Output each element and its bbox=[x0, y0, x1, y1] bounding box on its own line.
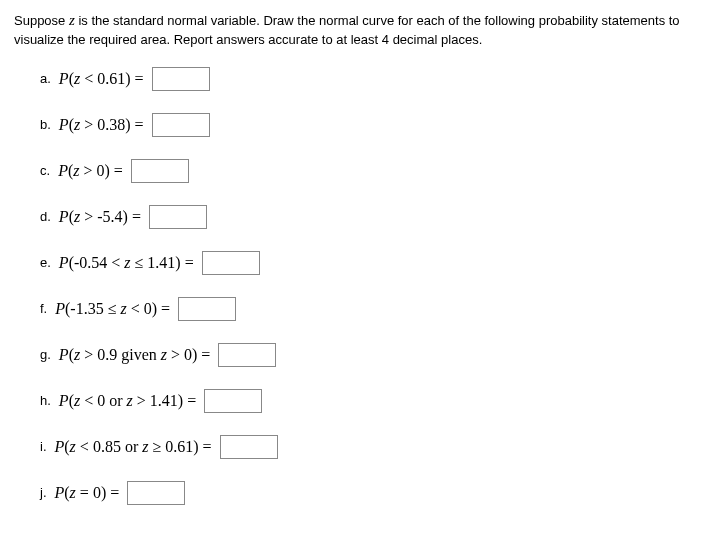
q-label: c. bbox=[40, 162, 50, 180]
q-expression: P(z < 0 or z > 1.41) = bbox=[59, 390, 196, 412]
question-b: b. P(z > 0.38) = bbox=[40, 113, 694, 137]
q-label: i. bbox=[40, 438, 47, 456]
instructions: Suppose z is the standard normal variabl… bbox=[14, 10, 694, 49]
question-i: i. P(z < 0.85 or z ≥ 0.61) = bbox=[40, 435, 694, 459]
answer-input-h[interactable] bbox=[204, 389, 262, 413]
answer-input-b[interactable] bbox=[152, 113, 210, 137]
q-expression: P(z < 0.85 or z ≥ 0.61) = bbox=[55, 436, 212, 458]
q-label: d. bbox=[40, 208, 51, 226]
answer-input-a[interactable] bbox=[152, 67, 210, 91]
q-label: b. bbox=[40, 116, 51, 134]
answer-input-d[interactable] bbox=[149, 205, 207, 229]
intro-pre: Suppose bbox=[14, 13, 69, 28]
q-expression: P(z > -5.4) = bbox=[59, 206, 141, 228]
q-expression: P(z > 0.9 given z > 0) = bbox=[59, 344, 211, 366]
answer-input-g[interactable] bbox=[218, 343, 276, 367]
question-f: f. P(-1.35 ≤ z < 0) = bbox=[40, 297, 694, 321]
answer-input-e[interactable] bbox=[202, 251, 260, 275]
answer-input-i[interactable] bbox=[220, 435, 278, 459]
q-expression: P(-1.35 ≤ z < 0) = bbox=[55, 298, 170, 320]
q-expression: P(z > 0.38) = bbox=[59, 114, 144, 136]
question-h: h. P(z < 0 or z > 1.41) = bbox=[40, 389, 694, 413]
question-a: a. P(z < 0.61) = bbox=[40, 67, 694, 91]
intro-post: is the standard normal variable. Draw th… bbox=[14, 13, 680, 47]
question-d: d. P(z > -5.4) = bbox=[40, 205, 694, 229]
question-list: a. P(z < 0.61) = b. P(z > 0.38) = c. P(z… bbox=[14, 67, 694, 505]
question-c: c. P(z > 0) = bbox=[40, 159, 694, 183]
question-j: j. P(z = 0) = bbox=[40, 481, 694, 505]
q-label: j. bbox=[40, 484, 47, 502]
question-g: g. P(z > 0.9 given z > 0) = bbox=[40, 343, 694, 367]
answer-input-c[interactable] bbox=[131, 159, 189, 183]
q-expression: P(-0.54 < z ≤ 1.41) = bbox=[59, 252, 194, 274]
q-label: f. bbox=[40, 300, 47, 318]
q-label: e. bbox=[40, 254, 51, 272]
q-label: g. bbox=[40, 346, 51, 364]
q-expression: P(z = 0) = bbox=[55, 482, 120, 504]
q-label: h. bbox=[40, 392, 51, 410]
q-expression: P(z < 0.61) = bbox=[59, 68, 144, 90]
answer-input-f[interactable] bbox=[178, 297, 236, 321]
question-e: e. P(-0.54 < z ≤ 1.41) = bbox=[40, 251, 694, 275]
answer-input-j[interactable] bbox=[127, 481, 185, 505]
q-expression: P(z > 0) = bbox=[58, 160, 123, 182]
q-label: a. bbox=[40, 70, 51, 88]
